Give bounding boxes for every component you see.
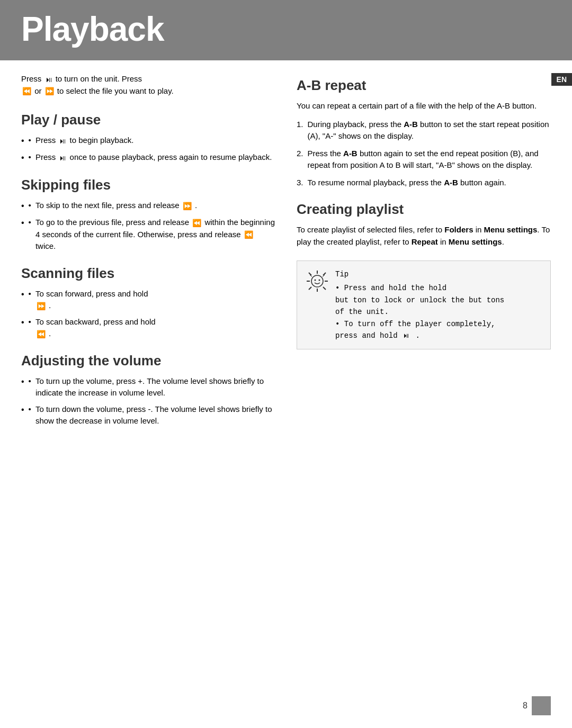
ab-repeat-title: A-B repeat [297, 77, 551, 94]
scan-bullet-1: To scan forward, press and hold⏩ . [35, 288, 148, 312]
tip-sun-icon [305, 268, 330, 294]
bullet-dot-8: • [29, 403, 31, 416]
rwd-icon-skip-2: ⏪ [244, 229, 253, 240]
svg-line-5 [323, 287, 326, 290]
step-2-text: Press the A-B button again to set the en… [308, 148, 551, 172]
tip-line2: but ton to lock or unlock the but tons [335, 294, 504, 306]
play-pause-icon: ⏯ [45, 74, 52, 85]
ab-repeat-intro: You can repeat a certain part of a file … [297, 100, 551, 112]
list-item: • To skip to the next file, press and re… [21, 200, 275, 212]
tip-content: Tip • Press and hold the hold but ton to… [335, 268, 504, 341]
list-item: During playback, press the A-B button to… [297, 119, 551, 142]
scanning-files-list: • To scan forward, press and hold⏩ . • T… [21, 288, 275, 340]
list-item: • To go to the previous file, press and … [21, 217, 275, 253]
intro-paragraph: Press ⏯ to turn on the unit. Press ⏪ or … [21, 73, 275, 97]
list-item: Press the A-B button again to set the en… [297, 148, 551, 172]
tip-line4: • To turn off the player completely, [335, 318, 504, 330]
step-1-text: During playback, press the A-B button to… [308, 119, 551, 142]
skip-bullet-2: To go to the previous file, press and re… [35, 217, 275, 253]
page-header: Playback [0, 0, 572, 60]
adjusting-volume-title: Adjusting the volume [21, 353, 275, 369]
vol-bullet-2: To turn down the volume, press -. The vo… [35, 403, 275, 427]
bullet-dot-3: • [29, 200, 31, 212]
page-number-box [532, 696, 551, 715]
play-pause-title: Play / pause [21, 112, 275, 128]
fwd-icon-scan: ⏩ [37, 301, 46, 312]
tip-title: Tip [335, 268, 504, 280]
rwd-icon-scan: ⏪ [37, 329, 46, 340]
tip-line3: of the unit. [335, 306, 504, 318]
tip-box: Tip • Press and hold the hold but ton to… [297, 260, 551, 349]
ab-repeat-section: A-B repeat You can repeat a certain part… [297, 77, 551, 188]
page-number-area: 8 [523, 696, 551, 715]
list-item: • To scan backward, press and hold⏪ . [21, 316, 275, 340]
skipping-files-section: Skipping files • To skip to the next fil… [21, 177, 275, 253]
play-bullet-2-text: Press ⏯ once to pause playback, press ag… [35, 151, 272, 164]
bullet-dot-6: • [29, 316, 31, 328]
right-column: EN A-B repeat You can repeat a certain p… [297, 73, 551, 440]
skipping-files-title: Skipping files [21, 177, 275, 193]
intro-press: Press [21, 74, 41, 83]
play-bullet-1-text: Press ⏯ to begin playback. [35, 134, 134, 147]
tip-line1: • Press and hold the hold [335, 282, 504, 294]
list-item: To resume normal playback, press the A-B… [297, 177, 551, 189]
skipping-files-list: • To skip to the next file, press and re… [21, 200, 275, 253]
rewind-icon-intro: ⏪ [22, 86, 31, 97]
scan-bullet-2: To scan backward, press and hold⏪ . [35, 316, 156, 340]
svg-point-10 [319, 280, 320, 281]
left-column: Press ⏯ to turn on the unit. Press ⏪ or … [21, 73, 275, 440]
step-3-text: To resume normal playback, press the A-B… [308, 177, 506, 189]
page-number-text: 8 [523, 701, 528, 711]
svg-point-8 [311, 275, 323, 287]
intro-text2: to turn on the unit. Press [56, 74, 142, 83]
adjusting-volume-list: • To turn up the volume, press +. The vo… [21, 375, 275, 427]
list-item: • To turn up the volume, press +. The vo… [21, 375, 275, 399]
bullet-dot-7: • [29, 375, 31, 388]
bullet-dot: • [29, 134, 31, 147]
fastforward-icon-intro: ⏩ [45, 86, 54, 97]
content-area: Press ⏯ to turn on the unit. Press ⏪ or … [0, 73, 572, 440]
bullet-dot-5: • [29, 288, 31, 300]
page-title: Playback [21, 10, 551, 49]
list-item: • To scan forward, press and hold⏩ . [21, 288, 275, 312]
bullet-dot-2: • [29, 151, 31, 164]
list-item: • Press ⏯ once to pause playback, press … [21, 151, 275, 164]
play-pause-section: Play / pause • Press ⏯ to begin playback… [21, 112, 275, 164]
adjusting-volume-section: Adjusting the volume • To turn up the vo… [21, 353, 275, 427]
skip-bullet-1: To skip to the next file, press and rele… [35, 200, 197, 212]
fwd-icon-skip: ⏩ [183, 201, 192, 212]
svg-point-9 [315, 280, 316, 281]
rwd-icon-skip: ⏪ [192, 218, 201, 229]
svg-line-7 [309, 287, 311, 290]
list-item: • To turn down the volume, press -. The … [21, 403, 275, 427]
creating-playlist-title: Creating playlist [297, 201, 551, 218]
scanning-files-section: Scanning files • To scan forward, press … [21, 265, 275, 340]
creating-playlist-text: To create playlist of selected files, re… [297, 224, 551, 248]
play-icon-tip: ⏯ [403, 330, 410, 341]
en-badge: EN [551, 73, 572, 86]
tip-line5: press and hold ⏯ . [335, 330, 504, 341]
list-item: • Press ⏯ to begin playback. [21, 134, 275, 147]
ab-repeat-steps: During playback, press the A-B button to… [297, 119, 551, 189]
vol-bullet-1: To turn up the volume, press +. The volu… [35, 375, 275, 399]
play-icon-2: ⏯ [59, 152, 66, 164]
intro-or: or [34, 86, 41, 95]
intro-text4: to select the file you want to play. [57, 86, 174, 95]
creating-playlist-section: Creating playlist To create playlist of … [297, 201, 551, 248]
play-icon-1: ⏯ [59, 136, 66, 147]
bullet-dot-4: • [29, 217, 31, 229]
scanning-files-title: Scanning files [21, 265, 275, 282]
play-pause-list: • Press ⏯ to begin playback. • Press ⏯ o… [21, 134, 275, 164]
